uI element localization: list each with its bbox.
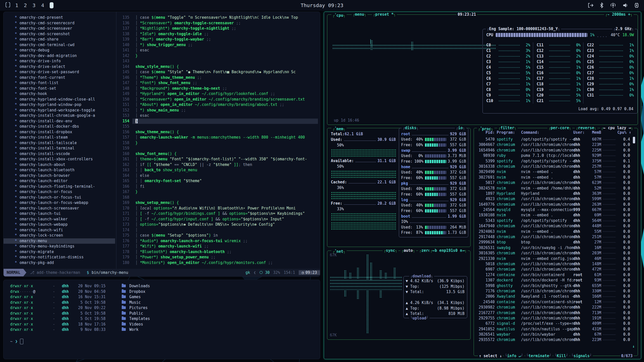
process-row[interactable]: 6907chromium/usr/lib/chromium/chromdhh47… bbox=[477, 267, 630, 272]
file-list-item[interactable]: *omarchy-install-steam bbox=[4, 135, 115, 140]
process-row[interactable]: 1897HyprlandHyprlanddhh363M0.0 bbox=[477, 191, 630, 196]
process-row[interactable]: 2167277chromium/usr/lib/chromium/chromdh… bbox=[477, 310, 630, 316]
filter-tab[interactable]: filter bbox=[497, 125, 517, 130]
process-row[interactable]: 1930108nvimnvim --embed .dhh69M0.0 bbox=[477, 213, 630, 218]
file-list-item[interactable]: *omarchy-launch-browser bbox=[4, 173, 115, 179]
file-list-item[interactable]: *omarchy-cmd-screensaver bbox=[4, 26, 115, 31]
directory-name[interactable]: Templates bbox=[129, 316, 317, 322]
file-list-item[interactable]: *omarchy-launch-bluetooth bbox=[4, 167, 115, 173]
process-row[interactable]: 2924063nvimnvim --embed .dhh55M0.0 bbox=[477, 229, 630, 234]
file-list-item[interactable]: *omarchy-drive-set-password bbox=[4, 69, 115, 75]
process-row[interactable]: 1307dockerd/usr/bin/dockerd -H fd:root93… bbox=[477, 278, 630, 283]
directory-name[interactable]: Work bbox=[129, 327, 317, 333]
proc-footer-action[interactable]: └terminate┘ bbox=[525, 353, 552, 358]
workspace-3[interactable]: 3 bbox=[32, 2, 35, 8]
sort-selector[interactable]: ← cpu lazy → bbox=[600, 125, 634, 130]
process-row[interactable]: 2929755chromium/usr/lib/chromium/chromdh… bbox=[477, 316, 630, 321]
file-list-item[interactable]: *omarchy-launch-about bbox=[4, 162, 115, 168]
process-row[interactable]: 1649776chromium/usr/lib/chromium/chromdh… bbox=[477, 202, 630, 207]
directory-name[interactable]: Music bbox=[129, 300, 317, 306]
menu-tab[interactable]: menu bbox=[352, 12, 367, 17]
file-list-item[interactable]: *omarchy-launch-tui bbox=[4, 211, 115, 217]
proc-footer-action[interactable]: └Kill┘ bbox=[553, 353, 569, 358]
process-row[interactable]: 5017chromium/usr/lib/chromium/chromdhh62… bbox=[477, 180, 630, 185]
file-list-item[interactable]: *omarchy-cmd-share bbox=[4, 37, 115, 42]
io-tab[interactable]: io bbox=[455, 125, 466, 130]
file-list-item[interactable]: *omarchy-dev-add-migration bbox=[4, 53, 115, 59]
editor-window[interactable]: *omarchy-cmd-present*omarchy-cmd-screenr… bbox=[3, 12, 320, 277]
file-list-item[interactable]: *omarchy-install-docker-dbs bbox=[4, 124, 115, 129]
file-list-item[interactable]: *omarchy-hyprland-window-pop bbox=[4, 102, 115, 108]
monitor-icon[interactable] bbox=[5, 2, 11, 9]
process-table[interactable]: 5470spotify/opt/spotify/spotify --dhh607… bbox=[477, 137, 630, 350]
scroll-down-icon[interactable]: ↓ bbox=[632, 344, 635, 349]
volume-icon[interactable] bbox=[623, 3, 628, 8]
file-list-item[interactable]: *omarchy-install-chromium-google-a bbox=[4, 113, 115, 119]
file-list-item[interactable]: *omarchy-debug bbox=[4, 48, 115, 53]
process-row[interactable]: 2921330nvimnvim --embed config.jsodhh46M… bbox=[477, 256, 630, 261]
file-list-item[interactable]: *omarchy-hook bbox=[4, 91, 115, 97]
battery-icon[interactable] bbox=[634, 3, 639, 8]
file-list-item[interactable]: *omarchy-font-list bbox=[4, 80, 115, 86]
workspace-1[interactable]: 1 bbox=[15, 2, 18, 8]
file-list-item[interactable]: *omarchy-install-xbox-controllers bbox=[4, 157, 115, 162]
file-list-item[interactable]: *omarchy-launch-wifi bbox=[4, 227, 115, 233]
btop-window[interactable]: ¹cpu menu preset * 09:23:21 - 2000ms + E… bbox=[324, 12, 641, 359]
file-list-item[interactable]: *omarchy-drive-select bbox=[4, 64, 115, 70]
file-list-item[interactable]: *omarchy-launch-or-focus-tui bbox=[4, 195, 115, 200]
process-row[interactable]: 3016305chromium/usr/lib/chromium/chromdh… bbox=[477, 251, 630, 256]
process-row[interactable]: 5470spotify/opt/spotify/spotify --dhh607… bbox=[477, 137, 630, 142]
process-row[interactable]: 5018chromium/usr/lib/chromium/chromdhh14… bbox=[477, 261, 630, 267]
file-list-item[interactable]: *omarchy-launch-floating-terminal- bbox=[4, 184, 115, 189]
process-row[interactable]: 3004667chromium/usr/lib/chromium/chromdh… bbox=[477, 142, 630, 147]
file-list-item[interactable]: *omarchy-install-dev-env bbox=[4, 119, 115, 124]
per-core-tab[interactable]: per-core bbox=[547, 125, 572, 130]
file-list-item[interactable]: *omarchy-launch-screensaver bbox=[4, 206, 115, 211]
file-list-item[interactable]: *omarchy-launch-walker bbox=[4, 217, 115, 222]
file-list-item[interactable]: *omarchy-launch-or-focus-webapp bbox=[4, 200, 115, 206]
file-list-item[interactable]: *omarchy-lock-screen bbox=[4, 233, 115, 238]
file-list-item[interactable]: *omarchy-menu bbox=[4, 238, 115, 244]
terminal-window[interactable]: drwxr-xr-x-dhh20 Nov 09:15Downloadsdrwx-… bbox=[3, 280, 320, 359]
file-list-item[interactable]: *omarchy-install-terminal bbox=[4, 146, 115, 151]
process-row[interactable]: 2930982chromium/usr/lib/chromium/chromdh… bbox=[477, 305, 630, 310]
disks-tab[interactable]: disks bbox=[402, 125, 420, 130]
workspace-4[interactable]: 4 bbox=[41, 2, 44, 8]
file-list-item[interactable]: *omarchy-launch-editor bbox=[4, 178, 115, 184]
process-row[interactable]: 2999634btopbtopdhh27M0.0 bbox=[477, 240, 630, 245]
file-list-item[interactable]: *omarchy-drive-info bbox=[4, 59, 115, 64]
process-row[interactable]: 1274containe/usr/bin/containerdroot61M0.… bbox=[477, 272, 630, 278]
cpu-box-title[interactable]: ¹cpu bbox=[331, 12, 347, 18]
process-row[interactable]: 7176chromium/usr/lib/chromium/chromdhh33… bbox=[477, 289, 630, 294]
process-row[interactable]: 3026541waybar/usr/bin/waybardhh67M0.0 bbox=[477, 332, 630, 337]
file-list-item[interactable]: *omarchy-install-dropbox bbox=[4, 129, 115, 135]
process-row[interactable]: 98930rubypuma 7.1.0 (tcp://localdhh929M0… bbox=[477, 153, 630, 158]
proc-footer-action[interactable]: ↑ select ↓ bbox=[478, 353, 503, 358]
process-row[interactable]: 6772signal-d/proc/self/exe --type=rdhh40… bbox=[477, 321, 630, 326]
process-row[interactable]: 2941052nautilus/usr/bin/nautilus --gapdh… bbox=[477, 327, 630, 332]
file-list-item[interactable]: *omarchy-launch-or-focus bbox=[4, 189, 115, 195]
process-row[interactable]: 4923chromium/usr/lib/chromium/chromdhh59… bbox=[477, 196, 630, 202]
preset-tab[interactable]: preset * bbox=[372, 12, 397, 17]
process-row[interactable]: 24564mysqldmysqld --max-connection999667… bbox=[477, 207, 630, 213]
process-row[interactable]: 3029490nvimnvim --embed .dhh57M0.0 bbox=[477, 169, 630, 175]
process-row[interactable]: 5343spotify/opt/spotify/spotifydhh564M0.… bbox=[477, 218, 630, 223]
file-list-item[interactable]: *omarchy-font-current bbox=[4, 75, 115, 81]
file-list-item[interactable]: *omarchy-font-set bbox=[4, 86, 115, 91]
process-row[interactable]: 5998ghostty/usr/bin/ghostty --gtk-dhh655… bbox=[477, 283, 630, 289]
file-list-item[interactable]: *omarchy-pkg-add bbox=[4, 260, 115, 266]
process-row[interactable]: 2006XwaylandXwayland :1 -rootless -dhh16… bbox=[477, 294, 630, 299]
file-list-item[interactable]: *omarchy-cmd-screenrecord bbox=[4, 21, 115, 26]
reverse-tab[interactable]: reverse bbox=[575, 125, 597, 130]
file-list-item[interactable]: *omarchy-cmd-terminal-cwd bbox=[4, 42, 115, 48]
refresh-interval[interactable]: - 2000ms + bbox=[604, 12, 634, 17]
file-list-item[interactable]: *omarchy-install-tailscale bbox=[4, 140, 115, 146]
process-row[interactable]: 5399spotify/opt/spotify/spotify --dhh375… bbox=[477, 159, 630, 164]
shell-prompt[interactable]: ~ ❯ bbox=[10, 339, 317, 344]
directory-name[interactable]: Public bbox=[129, 311, 317, 316]
file-list-item[interactable]: *omarchy-cmd-present bbox=[4, 15, 115, 21]
directory-name[interactable]: Videos bbox=[129, 322, 317, 327]
file-list-item[interactable]: *omarchy-menu-keybindings bbox=[4, 244, 115, 249]
bluetooth-icon[interactable] bbox=[600, 3, 603, 8]
file-list-item[interactable]: *omarchy-cmd-screenshot bbox=[4, 31, 115, 37]
